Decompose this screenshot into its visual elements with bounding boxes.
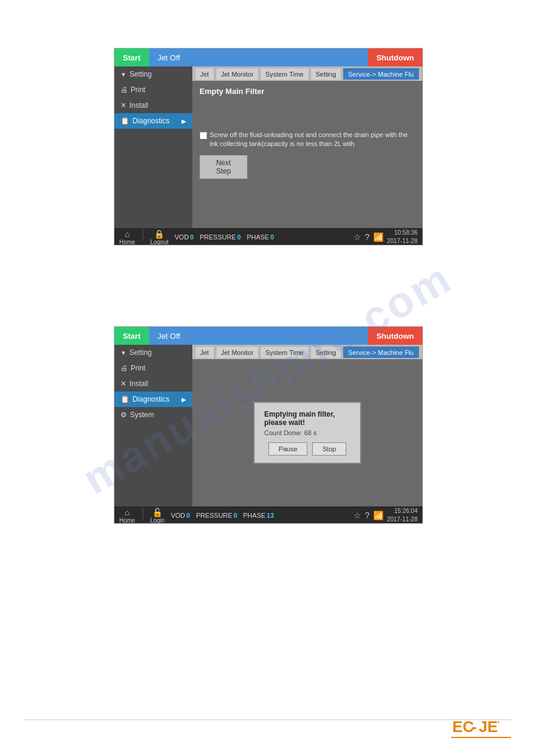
instruction-row-1: Screw off the fluid-unloading nut and co… xyxy=(197,128,418,151)
tab-service-1[interactable]: Service-> Machine Flu xyxy=(343,68,419,80)
print-icon-1: 🖨 xyxy=(120,86,128,94)
sidebar-arrow-right-2: ▶ xyxy=(182,396,186,403)
home-label-1: Home xyxy=(119,239,135,245)
instruction-checkbox-1[interactable] xyxy=(200,132,207,139)
date-2: 2017-11-28 xyxy=(387,515,418,524)
top-bar-2: Start Jet Off Shutdown xyxy=(114,327,422,345)
vod-item-2: VOD 0 xyxy=(171,512,190,519)
help-icon-1[interactable]: ? xyxy=(365,232,370,242)
tab-system-time-2[interactable]: System Time xyxy=(260,346,309,358)
tab-service-2[interactable]: Service-> Machine Flu xyxy=(343,346,419,358)
home-icon-2: ⌂ xyxy=(125,508,129,517)
status-time-1: 10:58:36 2017-11-28 xyxy=(387,229,418,245)
install-icon-2: ✕ xyxy=(120,379,126,388)
logo-underline xyxy=(451,737,511,738)
sidebar-item-install-1[interactable]: ✕ Install xyxy=(114,98,192,113)
dialog-box-2: Emptying main filter, please wait! Count… xyxy=(253,402,361,464)
sidebar-item-print-1[interactable]: 🖨 Print xyxy=(114,82,192,98)
sidebar-label-diagnostics-2: Diagnostics xyxy=(132,395,170,403)
tab-system-time-1[interactable]: System Time xyxy=(260,68,309,80)
next-step-button-1[interactable]: Next Step xyxy=(200,155,247,179)
sidebar-2: ▼ Setting 🖨 Print ✕ Install 📋 Diagnostic… xyxy=(114,345,192,506)
bottom-rule xyxy=(24,719,511,720)
phase-value-1: 0 xyxy=(270,233,274,241)
tab-jet-monitor-1[interactable]: Jet Monitor xyxy=(216,68,259,80)
svg-text:EC: EC xyxy=(452,718,474,736)
vod-value-2: 0 xyxy=(186,512,190,519)
home-icon-1: ⌂ xyxy=(125,229,129,239)
divider-1 xyxy=(143,229,143,241)
jet-off-button-1[interactable]: Jet Off xyxy=(149,48,189,66)
login-label-2: Login xyxy=(150,517,165,524)
instruction-text-1: Screw off the fluid-unloading nut and co… xyxy=(210,130,415,149)
tab-setting-1[interactable]: Setting xyxy=(310,68,341,80)
sidebar-label-setting-1: Setting xyxy=(129,70,152,78)
start-button-2[interactable]: Start xyxy=(114,327,149,345)
pressure-label-1: PRESSURE xyxy=(200,233,236,241)
main-panel-1: Jet Jet Monitor System Time Setting Serv… xyxy=(192,66,422,228)
svg-text:JET: JET xyxy=(479,718,499,736)
install-icon-1: ✕ xyxy=(120,101,126,110)
vod-item-1: VOD 0 xyxy=(174,233,194,241)
pressure-item-2: PRESSURE 0 xyxy=(196,512,237,519)
logout-item-1[interactable]: 🔒 Logout xyxy=(150,229,169,245)
phase-label-1: PHASE xyxy=(247,233,269,241)
star-icon-2[interactable]: ☆ xyxy=(353,511,361,520)
jet-off-button-2[interactable]: Jet Off xyxy=(149,327,189,345)
sidebar-arrow-right-1: ▶ xyxy=(182,118,186,125)
sidebar-item-install-2[interactable]: ✕ Install xyxy=(114,376,192,391)
pressure-label-2: PRESSURE xyxy=(196,512,232,519)
signal-icon-1: 📶 xyxy=(373,232,383,242)
stop-button-2[interactable]: Stop xyxy=(312,442,346,456)
home-label-2: Home xyxy=(119,517,135,524)
status-bar-2: ⌂ Home 🔓 Login VOD 0 PRESSURE 0 PHASE 13… xyxy=(114,506,422,524)
vod-label-2: VOD xyxy=(171,512,185,519)
tab-bar-2: Jet Jet Monitor System Time Setting Serv… xyxy=(192,345,422,359)
main-content-2: Emptying main filter, please wait! Count… xyxy=(192,359,422,506)
sidebar-label-print-1: Print xyxy=(131,86,146,94)
home-item-1[interactable]: ⌂ Home xyxy=(119,229,135,245)
pause-button-2[interactable]: Pause xyxy=(268,442,307,456)
vod-value-1: 0 xyxy=(190,233,194,241)
shutdown-button-2[interactable]: Shutdown xyxy=(368,327,422,345)
divider-2 xyxy=(143,508,143,520)
dialog-subtitle-2: Count Donw: 68 s xyxy=(264,429,350,436)
start-button-1[interactable]: Start xyxy=(114,48,149,66)
pressure-value-2: 0 xyxy=(234,512,237,519)
tab-bar-1: Jet Jet Monitor System Time Setting Serv… xyxy=(192,66,422,81)
sidebar-item-setting-1[interactable]: ▼ Setting xyxy=(114,66,192,82)
pressure-value-1: 0 xyxy=(237,233,241,241)
topbar-spacer-1 xyxy=(189,48,368,66)
tab-jet-monitor-2[interactable]: Jet Monitor xyxy=(216,346,259,358)
sidebar-item-system-2[interactable]: ⚙ System xyxy=(114,407,192,423)
tab-setting-2[interactable]: Setting xyxy=(310,346,341,358)
sidebar-item-diagnostics-1[interactable]: 📋 Diagnostics ▶ xyxy=(114,113,192,129)
star-icon-1[interactable]: ☆ xyxy=(353,232,361,242)
content-area-1: ▼ Setting 🖨 Print ✕ Install 📋 Diagnostic… xyxy=(114,66,422,228)
top-bar-1: Start Jet Off Shutdown xyxy=(114,48,422,66)
time-1: 10:58:36 xyxy=(387,229,418,237)
diagnostics-icon-2: 📋 xyxy=(120,395,129,403)
dialog-buttons-2: Pause Stop xyxy=(264,442,350,456)
login-item-2[interactable]: 🔓 Login xyxy=(150,508,165,524)
sidebar-item-diagnostics-2[interactable]: 📋 Diagnostics ▶ xyxy=(114,391,192,407)
logout-label-1: Logout xyxy=(150,239,169,245)
sidebar-item-print-2[interactable]: 🖨 Print xyxy=(114,360,192,376)
svg-text:-: - xyxy=(471,718,477,736)
tab-jet-2[interactable]: Jet xyxy=(195,346,214,358)
screenshot-1: Start Jet Off Shutdown ▼ Setting 🖨 Print… xyxy=(114,48,423,245)
tab-jet-1[interactable]: Jet xyxy=(195,68,214,80)
sidebar-label-print-2: Print xyxy=(131,364,146,372)
phase-item-1: PHASE 0 xyxy=(247,233,274,241)
arrow-icon-2: ▼ xyxy=(120,350,126,356)
home-item-2[interactable]: ⌂ Home xyxy=(119,508,135,524)
help-icon-2[interactable]: ? xyxy=(365,511,370,520)
main-content-1: Empty Main Filter Screw off the fluid-un… xyxy=(192,81,422,228)
status-icons-1: ☆ ? 📶 10:58:36 2017-11-28 xyxy=(353,229,418,245)
sidebar-label-install-2: Install xyxy=(129,379,148,388)
sidebar-item-setting-2[interactable]: ▼ Setting xyxy=(114,345,192,360)
shutdown-button-1[interactable]: Shutdown xyxy=(368,48,422,66)
home-logout-2: ⌂ Home 🔓 Login xyxy=(119,508,165,524)
status-bar-1: ⌂ Home 🔒 Logout VOD 0 PRESSURE 0 PHASE 0… xyxy=(114,228,422,245)
pressure-item-1: PRESSURE 0 xyxy=(200,233,241,241)
